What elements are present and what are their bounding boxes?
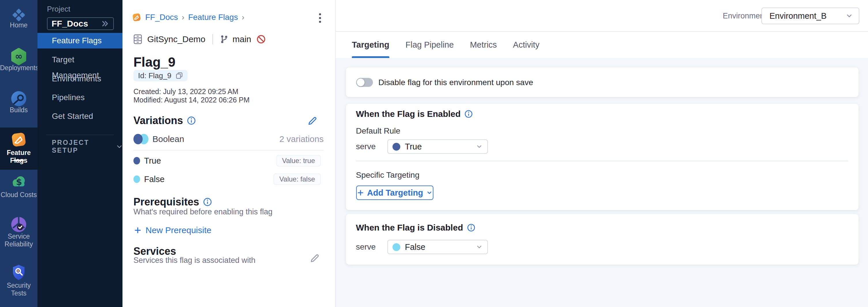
services-section-heading: Services <box>133 245 176 257</box>
sidebar-item-get-started[interactable]: Get Started <box>37 109 122 124</box>
flag-enabled-heading: When the Flag is Enabled <box>356 109 473 119</box>
targeting-tab-content: Disable flag for this environment upon s… <box>336 58 868 307</box>
sidebar-label-service-reliability[interactable]: Service Reliability <box>0 232 37 248</box>
prerequisites-heading-text: Prerequisites <box>133 196 199 208</box>
sidebar-item-deployments[interactable]: ∞ <box>0 47 37 66</box>
serve-variation-value: True <box>405 142 471 151</box>
variations-section-heading: Variations <box>133 115 196 127</box>
add-targeting-button[interactable]: Add Targeting <box>356 186 433 200</box>
sidebar-item-security-tests[interactable] <box>0 263 37 282</box>
feature-flags-active-underline <box>13 160 24 161</box>
variation-row-true: True Value: true <box>133 155 324 167</box>
info-icon[interactable] <box>467 224 475 232</box>
sidebar-label-home[interactable]: Home <box>0 21 37 29</box>
dot <box>319 13 321 15</box>
harness-feature-flag-detail-screen: Home ∞ Deployments Builds <box>0 0 868 307</box>
services-subtitle: Services this flag is associated with <box>133 256 255 265</box>
tab-activity[interactable]: Activity <box>513 32 539 58</box>
specific-targeting-label: Specific Targeting <box>356 170 420 180</box>
variation-count: 2 variations <box>280 134 323 144</box>
security-tests-icon <box>9 263 28 282</box>
sidebar-item-cloud-costs[interactable]: $ <box>0 172 37 191</box>
project-section-label: Project <box>47 5 70 13</box>
project-sidebar: Project FF_Docs Feature Flags Target Man… <box>37 0 122 307</box>
double-chevron-right-icon <box>100 19 109 28</box>
deployments-icon: ∞ <box>9 47 28 66</box>
feature-flags-logo-icon <box>132 12 142 22</box>
pencil-icon <box>307 115 318 127</box>
flag-id-chip: Id: Flag_9 <box>133 70 188 81</box>
tab-targeting[interactable]: Targeting <box>352 32 389 58</box>
pencil-icon <box>309 253 320 264</box>
variations-heading-text: Variations <box>133 115 183 127</box>
false-variation-dot <box>133 175 140 183</box>
new-prerequisite-label: New Prerequisite <box>146 225 211 235</box>
sidebar-item-feature-flags[interactable] <box>0 131 37 148</box>
info-icon[interactable] <box>203 198 212 206</box>
sidebar-item-pipelines[interactable]: Pipelines <box>37 90 122 105</box>
info-icon[interactable] <box>465 110 473 118</box>
sidebar-item-environments[interactable]: Environments <box>37 71 122 87</box>
breadcrumb-feature-flags-link[interactable]: Feature Flags <box>188 13 238 22</box>
tab-flag-pipeline[interactable]: Flag Pipeline <box>405 32 454 58</box>
variation-value-badge: Value: false <box>274 173 321 185</box>
add-targeting-label: Add Targeting <box>367 188 423 198</box>
chevron-down-icon <box>116 143 122 150</box>
sidebar-label-cloud-costs[interactable]: Cloud Costs <box>0 191 37 199</box>
serve-variation-select-disabled[interactable]: False <box>387 240 488 254</box>
project-selector[interactable]: FF_Docs <box>47 17 114 30</box>
flag-enabled-heading-text: When the Flag is Enabled <box>356 109 461 119</box>
chevron-down-icon <box>426 190 433 196</box>
variation-name: False <box>144 174 164 184</box>
flag-disabled-heading: When the Flag is Disabled <box>356 223 475 232</box>
feature-flags-icon <box>10 131 27 148</box>
flag-disabled-card: When the Flag is Disabled serve False <box>346 214 859 264</box>
project-setup-toggle[interactable]: PROJECT SETUP <box>52 141 122 152</box>
modified-timestamp: Modified: August 14, 2022 06:26 PM <box>133 96 250 104</box>
new-prerequisite-button[interactable]: New Prerequisite <box>134 224 211 236</box>
service-reliability-icon <box>9 215 28 234</box>
plus-icon <box>357 189 364 196</box>
git-branch-icon <box>220 34 228 44</box>
git-branch-name[interactable]: main <box>232 34 251 44</box>
info-icon[interactable] <box>187 116 196 125</box>
sidebar-label-deployments[interactable]: Deployments <box>0 64 37 72</box>
copy-icon[interactable] <box>176 72 183 79</box>
divider <box>356 161 848 161</box>
sidebar-item-service-reliability[interactable] <box>0 215 37 234</box>
flag-tabs: Targeting Flag Pipeline Metrics Activity <box>336 32 868 58</box>
environment-bar: Environment Environment_B <box>336 0 868 32</box>
page-title: Flag_9 <box>133 54 176 70</box>
sidebar-label-security-tests[interactable]: Security Tests <box>0 282 37 297</box>
sidebar-item-target-management[interactable]: Target Management <box>37 52 122 67</box>
vertical-divider <box>212 34 213 45</box>
variation-name: True <box>144 156 161 166</box>
gitsync-repo-name[interactable]: GitSync_Demo <box>147 34 206 44</box>
disable-flag-toggle[interactable] <box>356 78 373 87</box>
chevron-down-icon <box>476 244 483 250</box>
breadcrumb-project-link[interactable]: FF_Docs <box>145 13 178 22</box>
sidebar-item-feature-flags-project[interactable]: Feature Flags <box>37 33 122 49</box>
tab-metrics[interactable]: Metrics <box>470 32 497 58</box>
serve-variation-select-enabled[interactable]: True <box>387 139 488 154</box>
environment-select-value: Environment_B <box>770 11 845 21</box>
true-variation-dot <box>393 143 400 150</box>
edit-services-button[interactable] <box>309 253 321 264</box>
true-variation-dot <box>133 157 140 165</box>
sidebar-item-builds[interactable] <box>0 89 37 108</box>
edit-variations-button[interactable] <box>307 115 318 127</box>
sidebar-label-builds[interactable]: Builds <box>0 106 37 114</box>
environment-select[interactable]: Environment_B <box>762 7 859 24</box>
sidebar-label-feature-flags[interactable]: Feature Flags <box>0 149 37 165</box>
svg-text:$: $ <box>16 177 22 187</box>
variation-type-row: Boolean 2 variations <box>133 133 323 145</box>
prerequisites-subtitle: What's required before enabling this fla… <box>133 207 272 216</box>
svg-text:∞: ∞ <box>15 51 23 62</box>
builds-icon <box>9 89 28 108</box>
breadcrumb: FF_Docs › Feature Flags › <box>132 11 244 23</box>
dot <box>319 17 321 19</box>
dot <box>319 21 321 23</box>
serve-variation-value: False <box>405 242 471 252</box>
false-variation-dot <box>393 243 400 251</box>
flag-options-menu-button[interactable] <box>315 12 325 24</box>
